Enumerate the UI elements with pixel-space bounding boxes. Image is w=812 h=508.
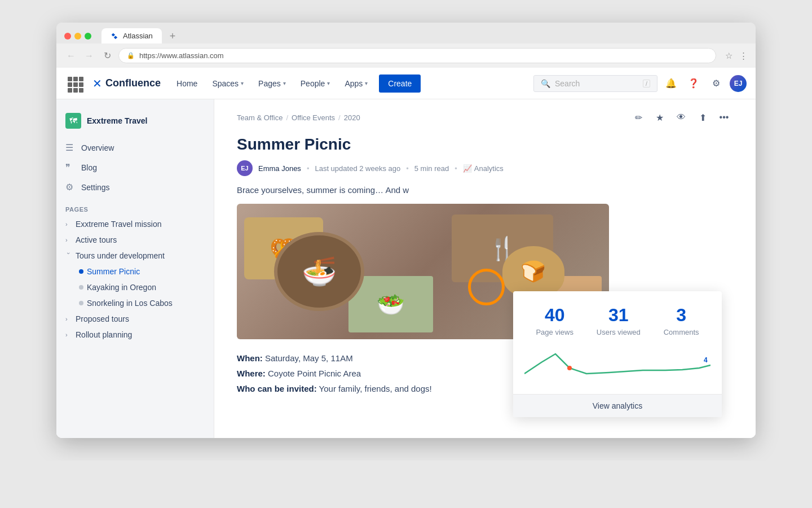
browser-controls (64, 33, 91, 40)
comments-label: Comments (664, 328, 699, 336)
kayaking-label: Kayaking in Oregon (87, 283, 156, 292)
tree-item-active-tours[interactable]: › Active tours (56, 232, 214, 248)
overview-icon: ☰ (65, 142, 76, 153)
topnav-apps[interactable]: Apps ▾ (338, 76, 374, 91)
blog-label: Blog (81, 163, 97, 172)
topnav-menu: Home Spaces ▾ Pages ▾ People ▾ Apps ▾ (170, 76, 374, 91)
edit-button[interactable]: ✏ (629, 108, 647, 126)
share-button[interactable]: ⬆ (694, 108, 712, 126)
new-tab-button[interactable]: + (170, 31, 176, 41)
help-button[interactable]: ❓ (685, 75, 703, 93)
mission-label: Exxtreme Travel mission (76, 220, 161, 229)
summer-picnic-bullet (79, 269, 83, 274)
page-updated: Last updated 2 weeks ago (315, 164, 400, 173)
topnav-spaces[interactable]: Spaces ▾ (205, 76, 250, 91)
settings-label: Settings (81, 183, 110, 192)
stat-comments: 3 Comments (664, 305, 699, 336)
rollout-label: Rollout planning (76, 330, 132, 339)
topnav-people[interactable]: People ▾ (294, 76, 337, 91)
minimize-dot[interactable] (74, 33, 81, 40)
author-name: Emma Jones (258, 164, 301, 173)
svg-point-0 (567, 366, 572, 370)
sidebar-nav-overview[interactable]: ☰ Overview (56, 138, 214, 157)
bookmark-button[interactable]: ☆ (725, 51, 732, 61)
analytics-chart-icon: 📈 (463, 164, 472, 173)
settings-button[interactable]: ⚙ (707, 75, 725, 93)
app-switcher-button[interactable] (65, 75, 83, 93)
search-shortcut: / (643, 80, 650, 87)
star-button[interactable]: ★ (651, 108, 669, 126)
breadcrumb-team-office[interactable]: Team & Office (237, 113, 283, 122)
pages-section-title: PAGES (56, 197, 214, 216)
pages-tree: › Exxtreme Travel mission › Active tours… (56, 216, 214, 343)
analytics-link[interactable]: 📈 Analytics (463, 164, 504, 173)
author-avatar: EJ (237, 160, 253, 176)
forward-button[interactable]: → (82, 49, 96, 63)
who-label: Who can be invited: (237, 384, 317, 393)
view-analytics-button[interactable]: View analytics (513, 394, 722, 417)
tree-item-proposed[interactable]: › Proposed tours (56, 311, 214, 327)
tree-item-rollout[interactable]: › Rollout planning (56, 327, 214, 343)
tree-item-mission[interactable]: › Exxtreme Travel mission (56, 216, 214, 232)
sidebar-nav-blog[interactable]: ❞ Blog (56, 157, 214, 177)
page-toolbar: ✏ ★ 👁 ⬆ ••• (629, 108, 733, 126)
search-placeholder: Search (555, 79, 580, 88)
where-label: Where: (237, 369, 266, 378)
where-value: Coyote Point Picnic Area (268, 369, 361, 378)
create-button[interactable]: Create (379, 75, 421, 93)
kayaking-bullet (79, 285, 83, 290)
more-options-button[interactable]: ⋮ (739, 51, 748, 61)
snorkeling-label: Snorkeling in Los Cabos (87, 299, 173, 308)
tree-item-kayaking[interactable]: Kayaking in Oregon (56, 279, 214, 295)
maximize-dot[interactable] (85, 33, 91, 40)
analytics-link-text: Analytics (474, 164, 504, 173)
close-dot[interactable] (64, 33, 71, 40)
topnav-pages[interactable]: Pages ▾ (251, 76, 293, 91)
read-time: 5 min read (414, 164, 449, 173)
who-value: Your family, friends, and dogs! (319, 384, 432, 393)
tree-item-snorkeling[interactable]: Snorkeling in Los Cabos (56, 295, 214, 311)
search-bar[interactable]: 🔍 Search / (533, 75, 657, 92)
more-button[interactable]: ••• (715, 108, 733, 126)
stat-users-viewed: 31 Users viewed (597, 305, 641, 336)
analytics-chart-svg: 4 (524, 345, 710, 385)
breadcrumb-2020[interactable]: 2020 (344, 113, 360, 122)
top-navigation: ✕ Confluence Home Spaces ▾ Pages ▾ Peopl… (56, 68, 756, 99)
stat-page-views: 40 Page views (536, 305, 573, 336)
breadcrumb-office-events[interactable]: Office Events (292, 113, 335, 122)
refresh-button[interactable]: ↻ (100, 49, 114, 63)
analytics-popup: 40 Page views 31 Users viewed 3 Comments (513, 291, 722, 417)
content-area: Team & Office / Office Events / 2020 ✏ ★… (214, 99, 756, 438)
tree-item-tours-under[interactable]: › Tours under development (56, 248, 214, 264)
confluence-logo[interactable]: ✕ Confluence (92, 77, 161, 90)
search-icon: 🔍 (541, 79, 550, 88)
when-value: Saturday, May 5, 11AM (265, 353, 353, 363)
tab-title: Atlassian (123, 32, 153, 40)
apps-chevron: ▾ (365, 80, 368, 86)
watch-button[interactable]: 👁 (672, 108, 690, 126)
tours-under-label: Tours under development (76, 251, 165, 260)
when-label: When: (237, 353, 263, 363)
page-meta: EJ Emma Jones • Last updated 2 weeks ago… (237, 160, 733, 176)
confluence-logo-icon: ✕ (92, 77, 102, 90)
spaces-chevron: ▾ (241, 80, 244, 86)
browser-tab[interactable]: Atlassian (102, 28, 162, 43)
tree-item-summer-picnic[interactable]: Summer Picnic (56, 264, 214, 279)
topnav-home[interactable]: Home (170, 76, 204, 91)
people-chevron: ▾ (327, 80, 330, 86)
settings-icon: ⚙ (65, 182, 76, 192)
sidebar-nav-settings[interactable]: ⚙ Settings (56, 177, 214, 197)
topnav-right-actions: 🔍 Search / 🔔 ❓ ⚙ EJ (533, 75, 747, 93)
url-bar[interactable]: 🔒 https://www.atlassian.com (118, 48, 716, 63)
pages-chevron: ▾ (283, 80, 286, 86)
back-button[interactable]: ← (64, 49, 78, 63)
confluence-logo-text: Confluence (105, 77, 161, 89)
lock-icon: 🔒 (127, 52, 135, 59)
page-views-value: 40 (536, 305, 573, 326)
user-avatar[interactable]: EJ (730, 75, 747, 92)
breadcrumb: Team & Office / Office Events / 2020 (237, 113, 360, 122)
sidebar: 🗺 Exxtreme Travel ☰ Overview ❞ Blog ⚙ Se… (56, 99, 214, 438)
notifications-button[interactable]: 🔔 (662, 75, 680, 93)
active-tours-label: Active tours (76, 235, 117, 244)
active-tours-chevron: › (65, 237, 72, 243)
